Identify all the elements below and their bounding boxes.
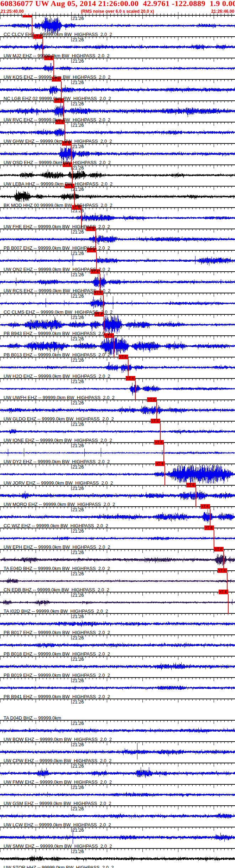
trace-row-clcv[interactable]: 21:26 ×T 4 CC CLCV EHZ -- 99999.0km BW H…	[0, 15, 235, 36]
trace-row-smw[interactable]: 21:26 UW SMW EHZ -- 99999.0km BW HIGHPAS…	[0, 827, 235, 848]
trace-row-fhe[interactable]: 21:26 ×T 4 UW FHE EHZ -- 99999.0km BW HI…	[0, 207, 235, 229]
trace-row-i02d[interactable]: 21:26 ×T 4 TA I02D BHZ -- 99999.0km BW H…	[0, 592, 235, 613]
time-label: 21:26	[72, 764, 84, 768]
trace-row-rvc[interactable]: 21:26 ×T 4 UW RVC EHZ -- 99999.0km BW HI…	[0, 100, 235, 122]
station-label: PB B941 EHZ -- 99999.0km BW HIGHPASS 2.0…	[4, 694, 110, 699]
trace-row-eph[interactable]: 21:26 ×T 4 UW EPH EHZ -- 99999.0km BW HI…	[0, 528, 235, 549]
phase-pick-marker[interactable]: ×T 4	[126, 376, 135, 381]
time-label: 21:26	[72, 465, 84, 469]
station-label: UW CPW EHZ -- 99999.0km BW HIGHPASS 2.0 …	[4, 758, 111, 763]
phase-pick-marker[interactable]: ×T 4	[218, 568, 227, 573]
time-label: 21:26	[72, 187, 84, 192]
station-label: UW BOW EHZ -- 99999.0km BW HIGHPASS 2.0 …	[4, 737, 112, 742]
station-label: UW GSM EHZ -- 99999.0km BW HIGHPASS 2.0 …	[4, 801, 111, 806]
station-label: PB B019 EHZ -- 99999.0km BW HIGHPASS 2.0…	[4, 673, 110, 678]
time-label: 21:26	[72, 80, 84, 85]
station-label: UW RVC EHZ -- 99999.0km BW HIGHPASS 2.0 …	[4, 117, 110, 122]
trace-row-cpw[interactable]: 21:26 UW CPW EHZ -- 99999.0km BW HIGHPAS…	[0, 741, 235, 763]
trace-row-d04d[interactable]: 21:26 TA D04D BHZ -- 99999.0km	[0, 699, 235, 720]
trace-row-moro[interactable]: 21:26 ×T 4 UW MORO EHZ -- 99999.0km BW H…	[0, 485, 235, 506]
trace-row-bow[interactable]: 21:26 UW BOW EHZ -- 99999.0km BW HIGHPAS…	[0, 720, 235, 741]
trace-row-ione[interactable]: 21:26 ×T 4 UW IONE EHZ -- 99999.0km BW H…	[0, 421, 235, 442]
trace-row-b018[interactable]: 21:26 PB B018 EHZ -- 99999.0km BW HIGHPA…	[0, 634, 235, 656]
trace-row-b007[interactable]: 21:26 ×T 4 PB B007 EHZ -- 99999.0km BW H…	[0, 229, 235, 250]
station-label: UW MJ2 EHZ -- 99999.0km BW HIGHPASS 2.0 …	[4, 53, 109, 58]
phase-pick-marker[interactable]: ×T 4	[155, 461, 165, 466]
station-label: BK MOD HHZ 00 99999.0km BW HIGHPASS 2.0 …	[4, 203, 112, 208]
station-label: TA I02D BHZ -- 99999.0km BW HIGHPASS 2.0…	[4, 609, 108, 614]
time-label: 21:26	[72, 636, 84, 640]
time-label: 21:26	[72, 657, 84, 662]
time-label: 21:26	[72, 336, 84, 341]
trace-row-gldo[interactable]: 21:26 ×T 4 UW GLDO EHZ -- 99999.0km BW H…	[0, 399, 235, 421]
time-label: 21:26	[72, 721, 84, 726]
time-label: 21:26	[72, 37, 84, 42]
trace-row-rcs[interactable]: 21:26 ×T 4 UW RCS EHZ -- 99999.0km BW HI…	[0, 271, 235, 293]
trace-row-uwfh[interactable]: 21:26 ×T 4 UW UWFH EHZ -- 99999.0km BW H…	[0, 378, 235, 399]
time-label: 21:26	[72, 486, 84, 491]
phase-pick-marker[interactable]: ×T 4	[151, 419, 160, 423]
trace-row-qn2[interactable]: 21:26 ×T 4 UW QN2 EHZ -- 99999.0km BW HI…	[0, 250, 235, 271]
phase-pick-marker[interactable]: ×T 4	[200, 504, 210, 509]
station-label: UW EPH EHZ -- 99999.0km BW HIGHPASS 2.0 …	[4, 545, 110, 550]
event-title: 60836077 UW Aug 05, 2014 21:26:00.00 42.…	[0, 0, 235, 8]
station-label: UW STOR HHZ -- 99999.0km BW HIGHPASS 2.0…	[4, 865, 114, 868]
station-label: UW FMW EHZ -- 99999.0km BW HIGHPASS 2.0 …	[4, 780, 112, 785]
time-label: 21:26	[72, 785, 84, 790]
trace-row-lgb[interactable]: 21:26 ×T 4 NC LGB EHZ 02 99999.0km BW HI…	[0, 79, 235, 100]
time-label: 21:26	[72, 550, 84, 555]
trace-row-e04d[interactable]: 21:26 ×T 4 TA E04D BHZ -- 99999.0km BW H…	[0, 549, 235, 570]
station-label: UW MORO EHZ -- 99999.0km BW HIGHPASS 2.0…	[4, 502, 115, 507]
trace-row-b941[interactable]: 21:26 PB B941 EHZ -- 99999.0km BW HIGHPA…	[0, 677, 235, 699]
time-label: 21:26	[72, 16, 84, 21]
trace-row-ghw[interactable]: 21:26 ×T 4 UW GHW EHZ -- 99999.0km BW HI…	[0, 122, 235, 143]
time-label: 21:26	[72, 101, 84, 106]
trace-row-fmw[interactable]: 21:26 UW FMW EHZ -- 99999.0km BW HIGHPAS…	[0, 763, 235, 784]
station-label: UW KOS EHZ -- 99999.0km BW HIGHPASS 2.0 …	[4, 75, 110, 80]
phase-pick-line	[114, 338, 114, 357]
station-label: UW QN2 EHZ -- 99999.0km BW HIGHPASS 2.0 …	[4, 267, 110, 272]
trace-row-h2o[interactable]: 21:26 ×T 4 UW H2O EHZ -- 99999.0km BW HI…	[0, 357, 235, 378]
trace-row-mj2[interactable]: 21:26 ×T 4 UW MJ2 EHZ -- 99999.0km BW HI…	[0, 36, 235, 58]
trace-row-clms[interactable]: 21:26 ×T 4 CC CLMS EHZ -- 99999.0km BW H…	[0, 293, 235, 314]
trace-row-b019[interactable]: 21:26 PB B019 EHZ -- 99999.0km BW HIGHPA…	[0, 656, 235, 677]
trace-row-b013[interactable]: 21:26 ×T 4 PB B013 EHZ -- 99999.0km BW H…	[0, 335, 235, 357]
trace-row-gsm[interactable]: 21:26 UW GSM EHZ -- 99999.0km BW HIGHPAS…	[0, 784, 235, 805]
phase-pick-marker[interactable]: ×T 4	[219, 590, 228, 594]
station-label: UW JORV EHZ -- 99999.0km BW HIGHPASS 2.0…	[4, 481, 113, 486]
time-label: 21:26	[72, 208, 84, 213]
time-label: 21:26	[72, 806, 84, 811]
time-label: 21:26	[72, 230, 84, 234]
time-label: 21:26	[72, 529, 84, 533]
time-label: 21:26	[72, 166, 84, 170]
phase-pick-marker[interactable]: ×T 4	[186, 483, 196, 487]
trace-row-lcw[interactable]: 21:26 UW LCW EHZ -- 99999.0km BW HIGHPAS…	[0, 805, 235, 827]
time-label: 21:26	[72, 358, 84, 362]
trace-row-jorv[interactable]: 21:26 ×T 4 UW JORV EHZ -- 99999.0km BW H…	[0, 464, 235, 485]
trace-row-dy2[interactable]: 21:26 ×T 4 UW DY2 EHZ -- 99999.0km BW HI…	[0, 442, 235, 464]
trace-row-qsd[interactable]: 21:26 ×T 4 UW QSD EHZ -- 99999.0km BW HI…	[0, 143, 235, 164]
station-label: UW GHW EHZ -- 99999.0km BW HIGHPASS 2.0 …	[4, 139, 112, 144]
station-label: TA E04D BHZ -- 99999.0km BW HIGHPASS 2.0…	[4, 566, 110, 571]
station-label: UW LEBA HHZ -- 99999.0km BW HIGHPASS 2.0…	[4, 182, 113, 187]
header: 60836077 UW Aug 05, 2014 21:26:00.00 42.…	[0, 0, 235, 15]
trace-row-wiz[interactable]: 21:26 ×T 4 CC WIZ EHZ -- 99999.0km BW HI…	[0, 506, 235, 528]
trace-row-kos[interactable]: 21:26 ×T 4 UW KOS EHZ -- 99999.0km BW HI…	[0, 58, 235, 79]
station-label: UW QSD EHZ -- 99999.0km BW HIGHPASS 2.0 …	[4, 160, 111, 165]
phase-pick-marker[interactable]: ×T 4	[214, 547, 224, 551]
time-label: 21:26	[72, 678, 84, 683]
station-label: PB B943 EHZ -- 99999.0km BW HIGHPASS 2.0…	[4, 331, 110, 336]
trace-row-b017[interactable]: 21:26 PB B017 EHZ -- 99999.0km BW HIGHPA…	[0, 613, 235, 634]
trace-row-edb[interactable]: 21:26 ×T 4 CN EDB BHZ -- 99999.0km BW HI…	[0, 570, 235, 592]
time-label: 21:26	[72, 251, 84, 256]
trace-row-b943[interactable]: 21:26 ×T 4 PB B943 EHZ -- 99999.0km BW H…	[0, 314, 235, 335]
station-label: UW RCS EHZ -- 99999.0km BW HIGHPASS 2.0 …	[4, 288, 110, 293]
trace-row-mod[interactable]: 21:26 ×T 4 BK MOD HHZ 00 99999.0km BW HI…	[0, 186, 235, 207]
trace-row-stor[interactable]: 21:26 UW STOR HHZ -- 99999.0km BW HIGHPA…	[0, 848, 235, 868]
trace-row-leba[interactable]: 21:26 ×T 4 UW LEBA HHZ -- 99999.0km BW H…	[0, 164, 235, 186]
phase-pick-marker[interactable]: ×T 4	[204, 525, 214, 530]
phase-pick-marker[interactable]: ×T 4	[147, 397, 157, 402]
phase-pick-marker[interactable]: ×T 4	[119, 355, 128, 359]
station-label: PB B018 EHZ -- 99999.0km BW HIGHPASS 2.0…	[4, 652, 110, 657]
phase-pick-marker[interactable]: ×T 4	[154, 440, 164, 445]
